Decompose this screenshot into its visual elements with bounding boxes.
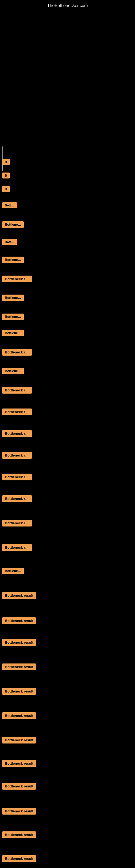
chart-area: [0, 10, 135, 146]
badge-b12: Bottleneck result: [2, 347, 32, 358]
badge-b34: Bottleneck result: [2, 854, 36, 865]
badge-b1: B: [2, 157, 10, 167]
badge-b16: Bottleneck result: [2, 429, 32, 440]
badge-b21: Bottleneck result: [2, 542, 32, 554]
badge-b27: Bottleneck result: [2, 686, 36, 698]
badge-b17: Bottleneck result: [2, 450, 32, 461]
badge-b29: Bottleneck result: [2, 735, 36, 746]
badge-b33: Bottleneck result: [2, 830, 36, 841]
badge-b11: Bottleneck: [2, 328, 24, 339]
badge-b31: Bottleneck result: [2, 781, 36, 792]
badge-b3: B: [2, 184, 10, 195]
badge-b20: Bottleneck result: [2, 518, 32, 529]
site-title: TheBottlenecker.com: [0, 0, 135, 10]
badge-b14: Bottleneck result: [2, 385, 32, 396]
badge-b26: Bottleneck result: [2, 662, 36, 673]
badge-b24: Bottleneck result: [2, 616, 36, 627]
page-wrapper: TheBottlenecker.com B B B Bottlen Bottle…: [0, 0, 135, 868]
badge-b30: Bottleneck result: [2, 758, 36, 770]
badge-b25: Bottleneck result: [2, 638, 36, 649]
badge-b32: Bottleneck result: [2, 806, 36, 817]
badge-b4: Bottlen: [2, 201, 17, 211]
badge-b6: Bottlene: [2, 237, 17, 248]
badge-b10: Bottleneck res: [2, 312, 24, 323]
badge-b19: Bottleneck result: [2, 494, 32, 505]
badge-b7: Bottleneck re: [2, 255, 24, 266]
badge-b18: Bottleneck result: [2, 472, 32, 483]
badge-b9: Bottleneck re: [2, 293, 24, 304]
badge-b13: Bottleneck res: [2, 366, 24, 377]
badge-b23: Bottleneck result: [2, 590, 36, 601]
badge-b2: B: [2, 171, 10, 181]
badge-b15: Bottleneck result: [2, 407, 32, 418]
badge-b22: Bottleneck res: [2, 566, 24, 577]
badge-b8: Bottleneck resul: [2, 274, 32, 285]
badge-b5: Bottleneck r: [2, 220, 24, 230]
badge-b28: Bottleneck result: [2, 711, 36, 722]
